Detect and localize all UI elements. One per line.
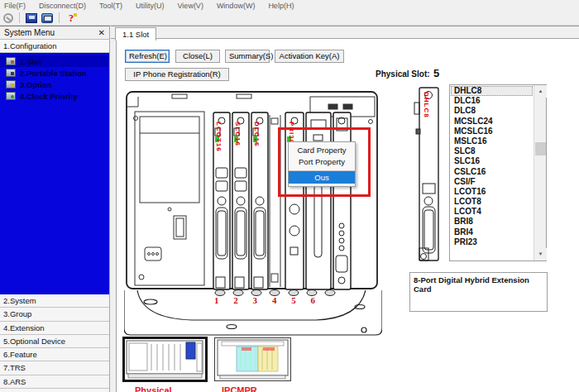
physical-slot-value: 5 [433, 67, 439, 79]
sidebar-item-label: 1.Slot [20, 57, 41, 66]
card-list-item[interactable]: SLC8 [451, 146, 533, 156]
close-icon[interactable]: ✕ [98, 29, 105, 37]
card-type-listbox: DHLC8DLC16DLC8MCSLC24MCSLC16MSLC16SLC8SL… [449, 84, 547, 261]
slot-number: 6 [310, 295, 315, 305]
card-list-item[interactable]: CSI/F [451, 177, 533, 187]
slot-number: 4 [272, 295, 277, 305]
context-menu-item[interactable]: Card Property [289, 145, 355, 156]
menu-bar: File(F)Disconnect(D)Tool(T)Utility(U)Vie… [0, 0, 579, 11]
menu-item[interactable]: Utility(U) [136, 2, 165, 10]
scroll-down-icon[interactable]: ▼ [534, 248, 547, 261]
sidebar-item-label: 3.Option [20, 80, 52, 89]
clock-priority-icon [6, 92, 16, 100]
slot-number: 2 [233, 295, 238, 305]
sidebar-item[interactable]: 2.Portable Station [0, 67, 109, 79]
sidebar-config-panel: 1.Slot 2.Portable Station 3.Option 4.Clo… [0, 53, 109, 294]
menu-item[interactable]: View(V) [178, 2, 203, 10]
card-label: SLC16 [234, 122, 242, 146]
card-list-item[interactable]: CSLC16 [451, 167, 533, 177]
card-label: DLC16 [253, 122, 261, 146]
sidebar-section[interactable]: 4.Extension [0, 322, 109, 335]
preview-icon[interactable] [41, 13, 53, 23]
save-icon[interactable] [26, 13, 37, 23]
help-icon[interactable]: ? [65, 13, 77, 23]
card-type-list: DHLC8DLC16DLC8MCSLC24MCSLC16MSLC16SLC8SL… [451, 86, 533, 260]
context-menu-item[interactable]: Port Property [289, 156, 355, 168]
portable-station-icon [6, 69, 16, 77]
ip-phone-registration-button[interactable]: IP Phone Registration(R) [125, 68, 229, 81]
tab-strip: 1.1 Slot [111, 26, 579, 39]
scroll-up-icon[interactable]: ▲ [534, 85, 547, 98]
card-list-item[interactable]: MSLC16 [451, 136, 533, 146]
card-list-item[interactable]: PRI23 [451, 237, 533, 247]
card-list-item[interactable]: SLC16 [451, 156, 533, 166]
sidebar-section[interactable]: 6.Feature [0, 348, 109, 361]
physical-slot-label: Physical Slot: [376, 69, 430, 79]
card-list-item[interactable]: MCSLC24 [451, 117, 533, 127]
connect-icon[interactable] [3, 13, 13, 23]
card-list-item[interactable]: DLC16 [451, 96, 533, 106]
application-window: File(F)Disconnect(D)Tool(T)Utility(U)Vie… [0, 0, 579, 392]
card-list-item[interactable]: BRI4 [451, 227, 533, 237]
sidebar-section[interactable]: 7.TRS [0, 361, 109, 375]
scrollbar-thumb[interactable] [535, 142, 546, 155]
thumbnail-physical-label: Physical [135, 385, 172, 392]
tab-slot[interactable]: 1.1 Slot [115, 27, 156, 41]
option-icon [6, 80, 16, 88]
sidebar-section[interactable]: 5.Optional Device [0, 335, 109, 348]
sidebar: System Menu ✕ 1.Configuration 1.Slot 2.P… [0, 26, 110, 392]
card-list-item[interactable]: BRI8 [451, 217, 533, 227]
menu-item[interactable]: Help(H) [268, 2, 294, 10]
sidebar-item-label: 2.Portable Station [20, 69, 87, 78]
sidebar-item[interactable]: 1.Slot [0, 55, 109, 67]
sidebar-section[interactable]: 2.System [0, 294, 109, 308]
card-list-item[interactable]: LCOT16 [451, 187, 533, 197]
slot-card-label: DHLC8 [423, 92, 430, 118]
context-menu: Card PropertyPort PropertyOus [288, 141, 356, 187]
slot-number: 5 [291, 295, 296, 305]
card-list-item[interactable]: DLC8 [451, 106, 533, 116]
slot-icon [6, 57, 16, 65]
sidebar-section[interactable]: 3.Group [0, 308, 109, 321]
card-list-item[interactable]: LCOT4 [451, 207, 533, 217]
card-list-item[interactable]: LCOT8 [451, 197, 533, 207]
card-list-item[interactable]: DHLC8 [451, 86, 533, 96]
slot-number: 3 [253, 295, 258, 305]
sidebar-section[interactable]: 8.ARS [0, 375, 109, 389]
sidebar-title: System Menu [4, 28, 55, 37]
slot-number: 1 [214, 295, 219, 305]
close-button[interactable]: Close(L) [175, 50, 220, 63]
listbox-scrollbar[interactable]: ▲ ▼ [534, 85, 546, 261]
thumbnail-ipcmpr[interactable] [214, 337, 291, 381]
toolbar-separator [59, 12, 60, 23]
card-label: LCOT16 [215, 122, 223, 152]
toolbar-separator [19, 12, 20, 23]
activation-key-button[interactable]: Activation Key(A) [275, 50, 344, 63]
context-menu-item[interactable]: Ous [289, 170, 355, 184]
toolbar: ? [0, 11, 579, 26]
sidebar-item[interactable]: 4.Clock Priority [0, 90, 109, 102]
cabinet-slot-numbers: 123456 [214, 295, 315, 305]
menu-item[interactable]: Disconnect(D) [39, 2, 86, 10]
thumbnail-ipcmpr-label: IPCMPR [222, 385, 257, 392]
menu-item[interactable]: Window(W) [217, 2, 256, 10]
card-list-item[interactable]: MCSLC16 [451, 127, 533, 136]
summary-button[interactable]: Summary(S) [225, 50, 270, 63]
sidebar-titlebar: System Menu ✕ [0, 26, 109, 40]
card-description-box: 8-Port Digital Hybrid Extension Card [409, 272, 548, 312]
menu-item[interactable]: File(F) [4, 2, 26, 10]
sidebar-item[interactable]: 3.Option [0, 79, 109, 90]
refresh-button[interactable]: Refresh(E) [125, 50, 170, 63]
sidebar-sections: 2.System3.Group4.Extension5.Optional Dev… [0, 294, 109, 392]
sidebar-section[interactable]: 9.Private Network [0, 389, 109, 392]
sidebar-section-configuration[interactable]: 1.Configuration [0, 40, 109, 53]
menu-item[interactable]: Tool(T) [99, 2, 122, 10]
thumbnail-physical[interactable] [122, 337, 208, 382]
sidebar-item-label: 4.Clock Priority [20, 92, 78, 101]
